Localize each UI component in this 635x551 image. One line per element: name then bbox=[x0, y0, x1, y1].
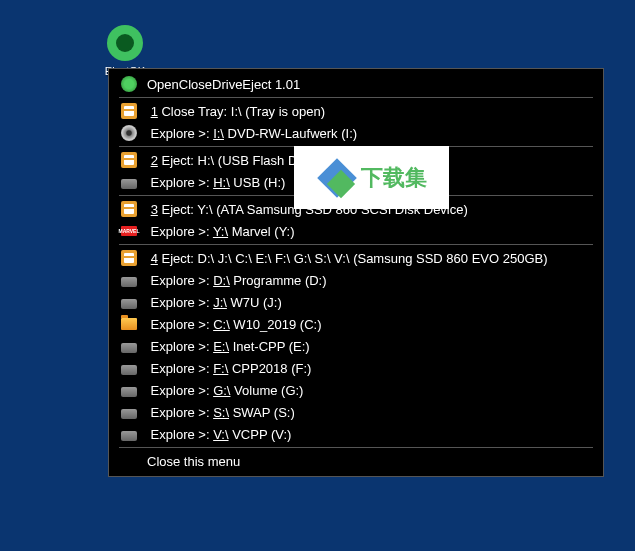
drive-icon bbox=[121, 365, 137, 375]
explore-item-label: Explore >: I:\ DVD-RW-Laufwerk (I:) bbox=[147, 126, 357, 141]
drive-icon bbox=[121, 179, 137, 189]
drive-icon bbox=[121, 277, 137, 287]
explore-item-label: Explore >: Y:\ Marvel (Y:) bbox=[147, 224, 295, 239]
menu-title: OpenCloseDriveEject 1.01 bbox=[147, 77, 300, 92]
eject-icon bbox=[121, 201, 137, 217]
eject-item[interactable]: 1 Close Tray: I:\ (Tray is open) bbox=[109, 100, 603, 122]
menu-separator bbox=[119, 447, 593, 448]
explore-item[interactable]: Explore >: C:\ W10_2019 (C:) bbox=[109, 313, 603, 335]
eject-app-icon bbox=[107, 25, 143, 61]
eject-item-label: 4 Eject: D:\ J:\ C:\ E:\ F:\ G:\ S:\ V:\… bbox=[147, 251, 548, 266]
menu-separator bbox=[119, 244, 593, 245]
explore-item[interactable]: Explore >: S:\ SWAP (S:) bbox=[109, 401, 603, 423]
explore-item[interactable]: Explore >: D:\ Programme (D:) bbox=[109, 269, 603, 291]
explore-item-label: Explore >: H:\ USB (H:) bbox=[147, 175, 285, 190]
watermark-logo-icon bbox=[317, 158, 357, 198]
context-menu: OpenCloseDriveEject 1.01 1 Close Tray: I… bbox=[108, 68, 604, 477]
menu-separator bbox=[119, 97, 593, 98]
menu-title-row: OpenCloseDriveEject 1.01 bbox=[109, 73, 603, 95]
explore-item-label: Explore >: G:\ Volume (G:) bbox=[147, 383, 303, 398]
explore-item[interactable]: Explore >: E:\ Inet-CPP (E:) bbox=[109, 335, 603, 357]
explore-item[interactable]: Explore >: V:\ VCPP (V:) bbox=[109, 423, 603, 445]
watermark-text: 下载集 bbox=[361, 163, 427, 193]
drive-icon bbox=[121, 431, 137, 441]
eject-item-label: 2 Eject: H:\ (USB Flash Disk) bbox=[147, 153, 318, 168]
explore-item-label: Explore >: D:\ Programme (D:) bbox=[147, 273, 327, 288]
drive-icon bbox=[121, 299, 137, 309]
app-icon bbox=[121, 76, 137, 92]
explore-item-label: Explore >: V:\ VCPP (V:) bbox=[147, 427, 291, 442]
explore-item-label: Explore >: S:\ SWAP (S:) bbox=[147, 405, 295, 420]
explore-item-label: Explore >: C:\ W10_2019 (C:) bbox=[147, 317, 322, 332]
watermark-overlay: 下载集 bbox=[294, 146, 449, 209]
close-menu-item[interactable]: Close this menu bbox=[109, 450, 603, 472]
eject-icon bbox=[121, 103, 137, 119]
explore-item-label: Explore >: J:\ W7U (J:) bbox=[147, 295, 282, 310]
explore-item[interactable]: Explore >: F:\ CPP2018 (F:) bbox=[109, 357, 603, 379]
eject-item-label: 1 Close Tray: I:\ (Tray is open) bbox=[147, 104, 325, 119]
explorer-icon bbox=[121, 318, 137, 330]
drive-icon bbox=[121, 387, 137, 397]
eject-item[interactable]: 4 Eject: D:\ J:\ C:\ E:\ F:\ G:\ S:\ V:\… bbox=[109, 247, 603, 269]
marvel-icon: MARVEL bbox=[121, 226, 137, 236]
explore-item[interactable]: MARVEL Explore >: Y:\ Marvel (Y:) bbox=[109, 220, 603, 242]
explore-item[interactable]: Explore >: I:\ DVD-RW-Laufwerk (I:) bbox=[109, 122, 603, 144]
explore-item[interactable]: Explore >: G:\ Volume (G:) bbox=[109, 379, 603, 401]
explore-item-label: Explore >: F:\ CPP2018 (F:) bbox=[147, 361, 311, 376]
eject-icon bbox=[121, 152, 137, 168]
drive-icon bbox=[121, 409, 137, 419]
explore-item[interactable]: Explore >: J:\ W7U (J:) bbox=[109, 291, 603, 313]
disc-icon bbox=[121, 125, 137, 141]
eject-icon bbox=[121, 250, 137, 266]
close-menu-label: Close this menu bbox=[147, 454, 240, 469]
explore-item-label: Explore >: E:\ Inet-CPP (E:) bbox=[147, 339, 310, 354]
drive-icon bbox=[121, 343, 137, 353]
